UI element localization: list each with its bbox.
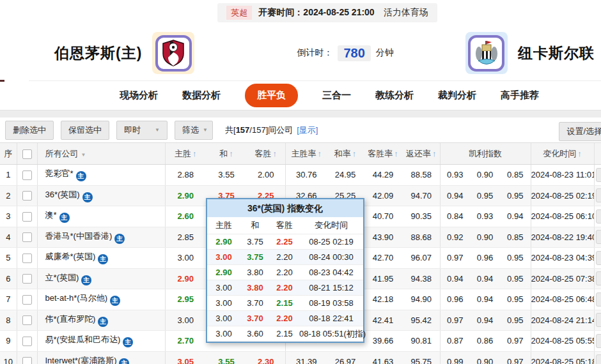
kelly-home: 0.93: [440, 165, 470, 186]
row-checkbox[interactable]: [22, 212, 32, 222]
home-rate: 31.39: [285, 351, 327, 364]
league-badge[interactable]: 英超: [226, 6, 252, 20]
row-action-button[interactable]: [596, 354, 601, 364]
popup-row: 3.00 3.60 2.15 08-18 05:51(初指): [207, 326, 363, 342]
main-company-badge-icon: 主: [119, 358, 129, 364]
header-home-win[interactable]: 主胜↑: [165, 143, 206, 165]
countdown-label: 倒计时：: [297, 47, 332, 59]
kelly-home: 0.94: [440, 185, 470, 206]
odds-history-popup: 36*(英国) 指数变化 主胜 和 客胜 变化时间 2.90 3.75 2.25…: [206, 198, 364, 343]
company-name[interactable]: 竞彩官*: [45, 169, 74, 178]
row-action-button[interactable]: [596, 188, 601, 202]
row-checkbox[interactable]: [22, 337, 32, 346]
row-action-button[interactable]: [596, 230, 601, 244]
return-rate: 90.81: [403, 331, 440, 352]
corner-dash: [0, 80, 4, 82]
venue-name: 活力体育场: [384, 7, 428, 19]
draw-rate: 26.97: [327, 351, 363, 364]
tab-referee-analysis[interactable]: 裁判分析: [438, 89, 476, 102]
row-checkbox[interactable]: [22, 315, 32, 325]
tab-three-in-one[interactable]: 三合一: [322, 89, 351, 102]
row-action-button[interactable]: [596, 209, 601, 224]
settings-select-button[interactable]: 设置/选择: [559, 122, 601, 141]
header-away-win[interactable]: 客胜↑: [247, 143, 285, 165]
filter-dropdown[interactable]: 筛选▼: [175, 121, 213, 140]
header-away-rate[interactable]: 客胜率↑: [363, 143, 403, 165]
draw-odds: 3.55: [206, 351, 247, 364]
home-team-name: 伯恩茅斯(主): [54, 43, 142, 63]
draw-rate: 24.95: [327, 165, 363, 186]
row-checkbox[interactable]: [22, 254, 32, 263]
away-team: 纽卡斯尔联: [465, 32, 595, 74]
company-name[interactable]: 36*(英国): [45, 190, 80, 199]
header-company[interactable]: 所有公司▼: [37, 143, 165, 165]
chevron-down-icon: ▼: [155, 127, 160, 133]
row-seq: 10: [0, 351, 17, 364]
row-action-button[interactable]: [596, 334, 601, 348]
match-info-pill: 英超 开赛时间：2024-08-25 21:00 活力体育场: [217, 3, 437, 22]
header-draw-rate[interactable]: 和率↑: [327, 143, 363, 165]
company-name[interactable]: bet-at-h*(马尔他): [45, 293, 108, 303]
live-odds-dropdown[interactable]: 即时▼: [116, 121, 168, 140]
main-company-badge-icon: 主: [59, 213, 70, 223]
popup-header-home: 主胜: [207, 217, 240, 234]
tab-coach-analysis[interactable]: 教练分析: [375, 89, 414, 102]
company-name[interactable]: 香港马*(中国香港): [45, 231, 113, 241]
select-all-checkbox[interactable]: [22, 149, 32, 159]
main-company-badge-icon: 主: [110, 296, 120, 306]
header-return-rate[interactable]: 返还率↑: [403, 143, 440, 165]
company-name[interactable]: 澳*: [45, 210, 57, 220]
home-crest-frame: [152, 32, 194, 74]
header-home-rate[interactable]: 主胜率↑: [285, 143, 327, 165]
return-rate: 96.07: [403, 248, 440, 269]
away-crest-frame: [465, 32, 508, 74]
home-odds: 3.00: [165, 310, 206, 331]
tab-expert-recommend[interactable]: 高手推荐: [501, 89, 539, 102]
return-rate: 94.70: [403, 185, 440, 206]
company-name[interactable]: Interwet*(塞浦路斯): [45, 356, 117, 364]
header-draw[interactable]: 和↑: [206, 143, 247, 165]
row-action-button[interactable]: [596, 168, 601, 182]
popup-header-draw: 和: [240, 217, 270, 234]
away-rate: 43.90: [363, 227, 403, 248]
change-time: 2024-08-25 05:18: [531, 351, 594, 364]
chevron-down-icon: ▼: [203, 127, 208, 133]
row-action-button[interactable]: [596, 292, 601, 307]
kelly-away: 0.97: [500, 351, 531, 364]
main-company-badge-icon: 主: [81, 275, 91, 285]
row-checkbox[interactable]: [22, 171, 32, 180]
change-time: 2024-08-23 04:39: [531, 248, 594, 269]
row-checkbox[interactable]: [22, 295, 32, 305]
delete-selected-button[interactable]: 删除选中: [5, 121, 54, 140]
kelly-draw: 0.96: [470, 248, 500, 269]
kelly-draw: 0.90: [470, 351, 500, 364]
row-checkbox[interactable]: [22, 357, 32, 364]
company-name[interactable]: 伟*(直布罗陀): [45, 314, 96, 324]
company-name[interactable]: 威廉希*(英国): [45, 252, 96, 261]
popup-row: 2.90 3.75 2.25 08-25 02:19: [207, 234, 363, 250]
tab-live-analysis[interactable]: 现场分析: [120, 89, 158, 102]
home-odds: 2.90: [165, 268, 206, 289]
return-rate: 90.35: [403, 206, 440, 227]
away-rate: 42.09: [363, 185, 403, 206]
change-time: 2024-08-25 07:38: [531, 268, 594, 289]
popup-row: 3.00 3.70 2.20 08-18 22:41: [207, 311, 363, 326]
popup-row: 3.00 3.70 2.15 08-19 03:58: [207, 296, 363, 311]
company-name[interactable]: 易*(安提瓜和巴布达): [45, 335, 121, 344]
kelly-away: 0.85: [500, 165, 531, 186]
row-action-button[interactable]: [596, 313, 601, 327]
tab-win-draw-lose[interactable]: 胜平负: [245, 84, 298, 107]
row-checkbox[interactable]: [22, 191, 32, 201]
company-name[interactable]: 立*(英国): [45, 273, 79, 282]
row-checkbox[interactable]: [22, 232, 32, 242]
show-link[interactable]: [显示]: [297, 125, 318, 135]
row-checkbox[interactable]: [22, 274, 32, 284]
countdown: 倒计时： 780 分钟: [297, 45, 393, 61]
row-action-button[interactable]: [596, 271, 601, 285]
tab-data-analysis[interactable]: 数据分析: [182, 89, 221, 102]
header-change-time[interactable]: 变化时间↑: [531, 143, 594, 165]
keep-selected-button[interactable]: 保留选中: [61, 121, 109, 140]
change-time: 2024-08-25 06:10: [531, 206, 594, 227]
kelly-away: 0.95: [500, 248, 531, 269]
row-action-button[interactable]: [596, 251, 601, 265]
